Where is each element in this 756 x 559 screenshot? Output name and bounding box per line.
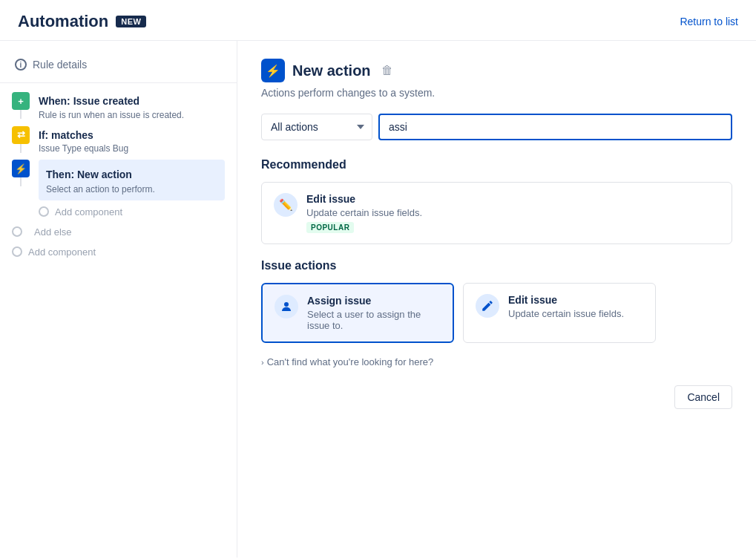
edit-issue-title: Edit issue bbox=[508, 294, 643, 306]
cant-find-row: › Can't find what you're looking for her… bbox=[261, 356, 732, 367]
add-component-inner-circle bbox=[39, 206, 49, 217]
lightning-icon-large: ⚡ bbox=[261, 59, 285, 82]
step-when-left: + bbox=[12, 92, 30, 119]
when-connector bbox=[20, 110, 22, 119]
header-left: Automation NEW bbox=[18, 12, 146, 31]
step-when-desc: Rule is run when an issue is created. bbox=[39, 110, 225, 120]
action-search-input[interactable] bbox=[378, 114, 732, 140]
panel-title: New action bbox=[292, 62, 371, 79]
step-if-content: If: matches Issue Type equals Bug bbox=[30, 126, 225, 160]
cant-find-link[interactable]: › Can't find what you're looking for her… bbox=[261, 356, 732, 367]
recommended-section-title: Recommended bbox=[261, 158, 732, 171]
step-if-desc: Issue Type equals Bug bbox=[39, 143, 225, 154]
step-if-left: ⇄ bbox=[12, 126, 30, 153]
add-component-inner-label[interactable]: Add component bbox=[55, 206, 122, 218]
edit-issue-body: Edit issue Update certain issue fields. bbox=[508, 294, 643, 319]
step-if-title: If: matches bbox=[39, 126, 225, 143]
add-component-outer-circle bbox=[12, 246, 22, 257]
panel-header: ⚡ New action 🗑 bbox=[261, 59, 732, 82]
add-component-outer[interactable]: Add component bbox=[12, 241, 225, 264]
info-icon: i bbox=[15, 59, 27, 71]
recommended-edit-issue-icon: ✏️ bbox=[274, 193, 298, 217]
then-icon: ⚡ bbox=[12, 160, 30, 177]
search-row: All actionsIssue actionsProject actionsU… bbox=[261, 114, 732, 140]
rule-details-label: Rule details bbox=[33, 59, 87, 71]
app-title: Automation bbox=[18, 12, 108, 31]
svg-point-0 bbox=[284, 302, 289, 307]
cant-find-text: Can't find what you're looking for here? bbox=[267, 356, 434, 367]
popular-badge: POPULAR bbox=[306, 222, 354, 233]
issue-actions-section-title: Issue actions bbox=[261, 259, 732, 272]
add-else-label[interactable]: Add else bbox=[34, 226, 72, 238]
step-if: ⇄ If: matches Issue Type equals Bug bbox=[12, 126, 225, 160]
sidebar: i Rule details + When: Issue created Rul… bbox=[0, 41, 237, 558]
cancel-button[interactable]: Cancel bbox=[674, 385, 732, 409]
panel-subtitle: Actions perform changes to a system. bbox=[261, 87, 732, 99]
chevron-right-icon: › bbox=[261, 358, 264, 367]
add-component-inner[interactable]: Add component bbox=[12, 200, 225, 223]
assign-issue-icon bbox=[275, 295, 298, 318]
new-badge: NEW bbox=[116, 16, 146, 27]
step-then-desc: Select an action to perform. bbox=[46, 184, 217, 194]
category-select[interactable]: All actionsIssue actionsProject actionsU… bbox=[261, 114, 372, 140]
edit-issue-card[interactable]: Edit issue Update certain issue fields. bbox=[463, 283, 656, 343]
step-when-title: When: Issue created bbox=[39, 92, 225, 109]
step-then: ⚡ Then: New action Select an action to p… bbox=[12, 160, 225, 200]
recommended-edit-issue-card[interactable]: ✏️ Edit issue Update certain issue field… bbox=[261, 182, 732, 244]
assign-issue-body: Assign issue Select a user to assign the… bbox=[307, 295, 441, 331]
right-panel: ⚡ New action 🗑 Actions perform changes t… bbox=[237, 41, 756, 558]
add-component-outer-label[interactable]: Add component bbox=[28, 246, 96, 258]
app-header: Automation NEW Return to list bbox=[0, 0, 756, 41]
edit-issue-icon bbox=[476, 294, 499, 318]
step-then-content: Then: New action Select an action to per… bbox=[30, 160, 225, 200]
assign-issue-card[interactable]: Assign issue Select a user to assign the… bbox=[261, 283, 454, 343]
if-icon: ⇄ bbox=[12, 126, 30, 144]
return-to-list-link[interactable]: Return to list bbox=[680, 16, 738, 27]
panel-footer: Cancel bbox=[261, 385, 732, 409]
edit-issue-desc: Update certain issue fields. bbox=[508, 308, 643, 319]
then-connector bbox=[20, 177, 22, 186]
step-then-left: ⚡ bbox=[12, 160, 30, 186]
add-else-row[interactable]: Add else bbox=[12, 223, 225, 241]
main-layout: i Rule details + When: Issue created Rul… bbox=[0, 41, 756, 558]
when-icon: + bbox=[12, 92, 30, 110]
recommended-edit-issue-desc: Update certain issue fields. bbox=[306, 207, 720, 218]
then-active-box[interactable]: Then: New action Select an action to per… bbox=[39, 160, 225, 200]
if-connector bbox=[20, 144, 22, 153]
assign-issue-desc: Select a user to assign the issue to. bbox=[307, 309, 441, 331]
add-else-circle bbox=[12, 226, 22, 237]
rule-details-row[interactable]: i Rule details bbox=[0, 53, 237, 83]
recommended-edit-issue-title: Edit issue bbox=[306, 193, 720, 205]
step-when: + When: Issue created Rule is run when a… bbox=[12, 92, 225, 126]
sidebar-flow: + When: Issue created Rule is run when a… bbox=[0, 92, 237, 264]
issue-actions-grid: Assign issue Select a user to assign the… bbox=[261, 283, 732, 343]
step-when-content: When: Issue created Rule is run when an … bbox=[30, 92, 225, 126]
assign-issue-title: Assign issue bbox=[307, 295, 441, 307]
step-then-title: Then: New action bbox=[46, 166, 217, 183]
delete-icon[interactable]: 🗑 bbox=[381, 64, 393, 77]
recommended-edit-issue-body: Edit issue Update certain issue fields. … bbox=[306, 193, 720, 233]
